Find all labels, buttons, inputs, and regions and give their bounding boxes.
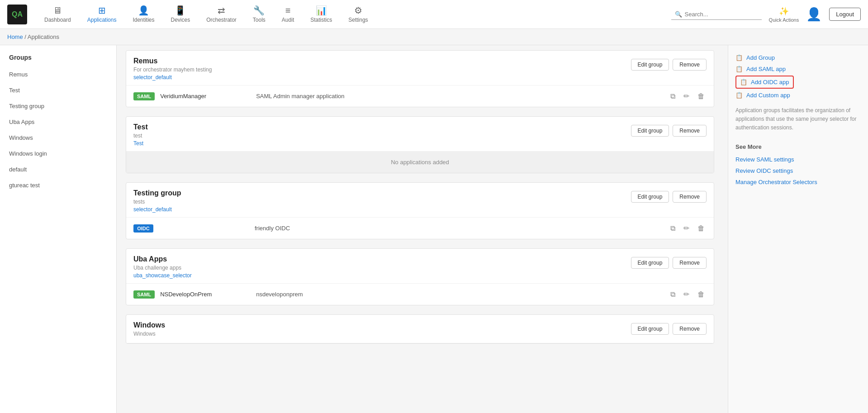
edit-app-friendly-oidc-button[interactable]: ✏ [682, 223, 691, 233]
add-group-icon: 📋 [735, 54, 743, 61]
nav-items: 🖥 Dashboard ⊞ Applications 👤 Identities … [38, 3, 671, 26]
nav-label-orchestrator: Orchestrator [206, 17, 237, 23]
group-actions-testing-group: Edit group Remove [631, 191, 707, 203]
nav-item-orchestrator[interactable]: ⇄ Orchestrator [200, 3, 243, 26]
group-info-remus: Remus For orchestrator mayhem testing se… [133, 57, 631, 81]
copy-app-ns-develop-button[interactable]: ⧉ [669, 290, 677, 299]
sidebar-item-test[interactable]: Test [0, 82, 116, 98]
edit-group-testing-button[interactable]: Edit group [631, 191, 669, 203]
group-card-uba-apps: Uba Apps Uba challenge apps uba_showcase… [126, 248, 714, 305]
group-desc-test: test [133, 133, 631, 139]
sidebar-item-uba-apps[interactable]: Uba Apps [0, 114, 116, 130]
group-selector-test[interactable]: Test [133, 140, 631, 147]
app-badge-saml-veridium: SAML [133, 92, 155, 100]
group-info-test: Test test Test [133, 123, 631, 147]
nav-item-audit[interactable]: ≡ Audit [275, 3, 300, 26]
sidebar-item-gtureac-test[interactable]: gtureac test [0, 177, 116, 193]
search-input[interactable] [685, 11, 757, 18]
group-selector-testing-group[interactable]: selector_default [133, 206, 631, 213]
group-name-test: Test [133, 123, 631, 131]
delete-app-ns-develop-button[interactable]: 🗑 [696, 290, 707, 299]
add-saml-app-link[interactable]: 📋 Add SAML app [735, 63, 861, 75]
search-box[interactable]: 🔍 [671, 9, 762, 20]
add-oidc-app-link[interactable]: 📋 Add OIDC app [735, 76, 794, 89]
manage-selectors-label: Manage Orchestrator Selectors [735, 179, 817, 185]
add-saml-icon: 📋 [735, 66, 743, 72]
nav-item-identities[interactable]: 👤 Identities [126, 3, 161, 26]
edit-app-ns-develop-button[interactable]: ✏ [682, 289, 691, 299]
group-actions-uba-apps: Edit group Remove [631, 257, 707, 269]
sidebar-item-windows[interactable]: Windows [0, 130, 116, 146]
dashboard-icon: 🖥 [53, 6, 62, 15]
sidebar-item-default[interactable]: default [0, 161, 116, 177]
edit-group-windows-button[interactable]: Edit group [631, 323, 669, 335]
delete-app-veridium-button[interactable]: 🗑 [696, 91, 707, 101]
nav-item-dashboard[interactable]: 🖥 Dashboard [38, 3, 77, 26]
group-desc-windows: Windows [133, 331, 631, 337]
content-area: Remus For orchestrator mayhem testing se… [117, 43, 723, 413]
edit-group-remus-button[interactable]: Edit group [631, 59, 669, 71]
tools-icon: 🔧 [253, 6, 265, 15]
group-selector-remus[interactable]: selector_default [133, 74, 631, 81]
add-saml-label: Add SAML app [746, 66, 786, 72]
quick-actions[interactable]: ✨ Quick Actions [769, 6, 799, 23]
sidebar-item-testing-group[interactable]: Testing group [0, 98, 116, 114]
sidebar-title: Groups [0, 50, 116, 66]
remove-group-remus-button[interactable]: Remove [673, 59, 707, 71]
nav-item-devices[interactable]: 📱 Devices [164, 3, 196, 26]
remove-group-windows-button[interactable]: Remove [673, 323, 707, 335]
breadcrumb-home[interactable]: Home [7, 33, 23, 40]
review-oidc-settings-link[interactable]: Review OIDC settings [735, 165, 861, 176]
orchestrator-icon: ⇄ [218, 6, 225, 15]
remove-group-testing-button[interactable]: Remove [673, 191, 707, 203]
edit-app-veridium-button[interactable]: ✏ [682, 91, 691, 101]
group-header-windows: Windows Windows Edit group Remove [126, 315, 714, 343]
app-actions-friendly-oidc: ⧉ ✏ 🗑 [669, 223, 707, 233]
group-header-remus: Remus For orchestrator mayhem testing se… [126, 51, 714, 85]
delete-app-friendly-oidc-button[interactable]: 🗑 [696, 223, 707, 233]
edit-group-test-button[interactable]: Edit group [631, 125, 669, 137]
add-group-link[interactable]: 📋 Add Group [735, 52, 861, 63]
see-more-title: See More [735, 143, 861, 150]
group-card-testing-group: Testing group tests selector_default Edi… [126, 182, 714, 239]
nav-label-audit: Audit [282, 17, 294, 23]
nav-item-settings[interactable]: ⚙ Settings [342, 3, 374, 26]
logo: QA [7, 5, 27, 24]
remove-group-test-button[interactable]: Remove [673, 125, 707, 137]
group-desc-remus: For orchestrator mayhem testing [133, 66, 631, 73]
nav-item-statistics[interactable]: 📊 Statistics [304, 3, 338, 26]
review-saml-settings-link[interactable]: Review SAML settings [735, 154, 861, 165]
app-row-friendly-oidc: OIDC friendly OIDC ⧉ ✏ 🗑 [126, 218, 714, 239]
main-layout: Groups Remus Test Testing group Uba Apps… [0, 43, 868, 413]
group-header-testing-group: Testing group tests selector_default Edi… [126, 183, 714, 218]
group-actions-test: Edit group Remove [631, 125, 707, 137]
sidebar-item-windows-login[interactable]: Windows login [0, 146, 116, 161]
nav-item-applications[interactable]: ⊞ Applications [81, 3, 123, 26]
nav-label-statistics: Statistics [310, 17, 332, 23]
copy-app-friendly-oidc-button[interactable]: ⧉ [669, 223, 677, 233]
add-custom-label: Add Custom app [746, 92, 790, 99]
copy-app-veridium-button[interactable]: ⧉ [669, 91, 677, 101]
group-name-uba-apps: Uba Apps [133, 255, 631, 263]
group-header-test: Test test Test Edit group Remove [126, 117, 714, 152]
add-custom-app-link[interactable]: 📋 Add Custom app [735, 90, 861, 101]
edit-group-uba-apps-button[interactable]: Edit group [631, 257, 669, 269]
statistics-icon: 📊 [316, 6, 327, 15]
review-oidc-label: Review OIDC settings [735, 167, 793, 174]
user-avatar-icon[interactable]: 👤 [806, 7, 822, 22]
app-desc-veridium: SAML Admin manager application [256, 93, 663, 100]
add-custom-icon: 📋 [735, 92, 743, 99]
group-selector-uba-apps[interactable]: uba_showcase_selector [133, 272, 631, 279]
add-oidc-label: Add OIDC app [751, 79, 789, 85]
nav-item-tools[interactable]: 🔧 Tools [247, 3, 272, 26]
group-info-windows: Windows Windows [133, 321, 631, 338]
sidebar-item-remus[interactable]: Remus [0, 66, 116, 82]
review-saml-label: Review SAML settings [735, 156, 794, 163]
manage-orchestrator-selectors-link[interactable]: Manage Orchestrator Selectors [735, 176, 861, 188]
audit-icon: ≡ [285, 6, 291, 15]
applications-icon: ⊞ [98, 6, 106, 15]
remove-group-uba-apps-button[interactable]: Remove [673, 257, 707, 269]
nav-right: 🔍 ✨ Quick Actions 👤 Logout [671, 6, 861, 23]
logout-button[interactable]: Logout [829, 8, 861, 21]
group-info-uba-apps: Uba Apps Uba challenge apps uba_showcase… [133, 255, 631, 279]
